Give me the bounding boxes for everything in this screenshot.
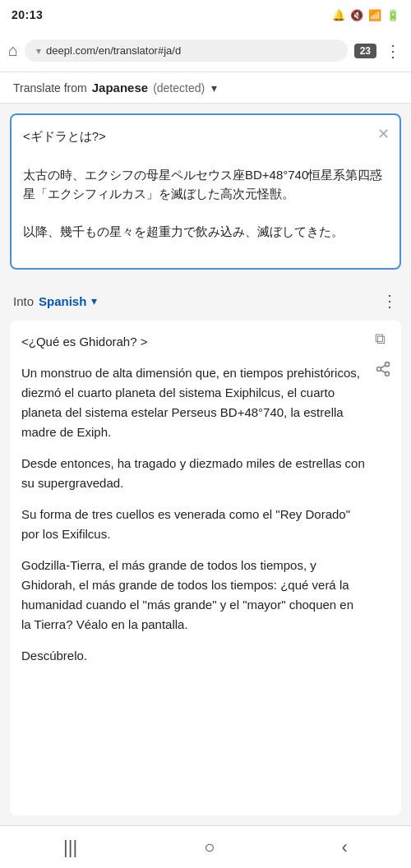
status-time: 20:13 xyxy=(12,8,43,21)
source-line1: <ギドラとは?> xyxy=(23,127,388,145)
into-language-bar[interactable]: Into Spanish ▾ ⋮ xyxy=(0,281,411,321)
translation-menu-icon[interactable]: ⋮ xyxy=(381,291,398,311)
home-icon[interactable]: ⌂ xyxy=(8,41,18,60)
translation-p5: Godzilla-Tierra, el más grande de todos … xyxy=(21,556,365,635)
source-line3: 以降、幾千もの星々を超重力で飲み込み、滅ぼしてきた。 xyxy=(23,222,388,241)
into-label: Into xyxy=(13,294,34,308)
source-language: Japanese xyxy=(92,81,148,95)
bottom-nav: ||| ○ ‹ xyxy=(0,825,411,868)
nav-home-icon[interactable]: ○ xyxy=(204,837,215,858)
clear-button[interactable]: ✕ xyxy=(377,125,390,143)
translate-from-label: Translate from xyxy=(13,81,87,95)
source-line2: 太古の時、エクシフの母星ペルセウス座BD+48°740恒星系第四惑星「エクシフィ… xyxy=(23,165,388,204)
nav-back-icon[interactable]: ‹ xyxy=(342,837,348,858)
browser-bar: ⌂ ▾ deepl.com/en/translator#ja/d 23 ⋮ xyxy=(0,30,411,72)
url-chevron-icon: ▾ xyxy=(36,45,41,57)
nav-menu-icon[interactable]: ||| xyxy=(63,837,77,858)
translation-p3: Desde entonces, ha tragado y diezmado mi… xyxy=(21,454,365,493)
translation-text-content: <¿Qué es Ghidorah? > Un monstruo de alta… xyxy=(21,332,390,666)
into-lang-left: Into Spanish ▾ xyxy=(13,294,97,308)
target-language[interactable]: Spanish xyxy=(39,294,86,308)
wifi-icon: 📶 xyxy=(368,9,381,21)
into-chevron-icon[interactable]: ▾ xyxy=(91,294,97,307)
translate-from-bar[interactable]: Translate from Japanese (detected) ▾ xyxy=(0,72,411,104)
status-bar: 20:13 🔔 🔇 📶 🔋 xyxy=(0,0,411,30)
tab-count-badge[interactable]: 23 xyxy=(354,44,376,58)
mute-icon: 🔇 xyxy=(350,9,363,21)
share-icon[interactable] xyxy=(375,361,391,381)
detected-label: (detected) xyxy=(153,81,205,95)
translation-p6: Descúbrelo. xyxy=(21,646,365,666)
status-icons: 🔔 🔇 📶 🔋 xyxy=(332,9,399,21)
translation-p4: Su forma de tres cuellos es venerada com… xyxy=(21,505,365,544)
translation-actions: ⧉ xyxy=(375,330,391,381)
copy-icon[interactable]: ⧉ xyxy=(375,330,391,348)
url-text: deepl.com/en/translator#ja/d xyxy=(46,44,336,57)
browser-menu-icon[interactable]: ⋮ xyxy=(383,41,403,61)
translate-from-chevron-icon[interactable]: ▾ xyxy=(211,81,217,95)
battery-icon: 🔋 xyxy=(386,9,399,21)
source-text-area[interactable]: ✕ <ギドラとは?> 太古の時、エクシフの母星ペルセウス座BD+48°740恒星… xyxy=(10,113,401,270)
translation-p2: Un monstruo de alta dimensión que, en ti… xyxy=(21,363,365,442)
translation-p1: <¿Qué es Ghidorah? > xyxy=(21,332,365,352)
svg-line-3 xyxy=(381,370,386,372)
translation-output-area: ⧉ <¿Qué es Ghidorah? > Un monstruo de al… xyxy=(10,321,401,815)
url-bar[interactable]: ▾ deepl.com/en/translator#ja/d xyxy=(25,39,348,62)
svg-line-4 xyxy=(381,365,386,367)
source-text-content: <ギドラとは?> 太古の時、エクシフの母星ペルセウス座BD+48°740恒星系第… xyxy=(23,127,388,242)
notification-icon: 🔔 xyxy=(332,9,345,21)
